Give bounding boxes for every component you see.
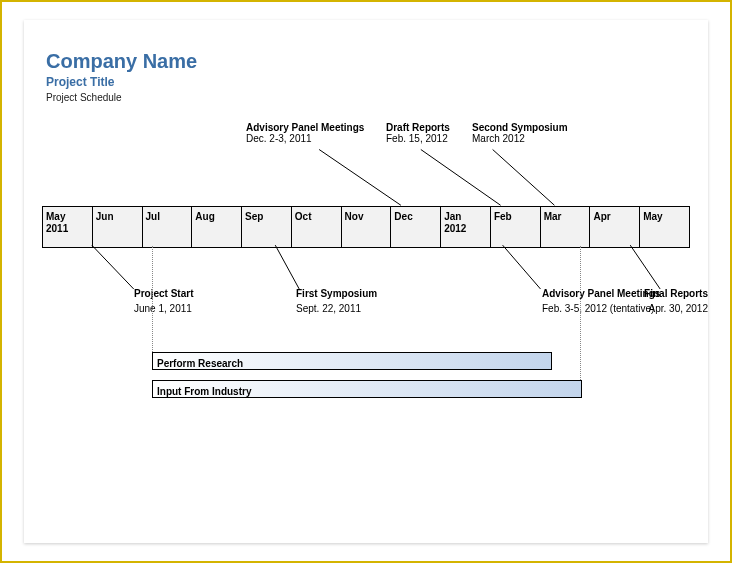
event-label: Second SymposiumMarch 2012 xyxy=(472,122,568,144)
bar-industry: Input From Industry xyxy=(152,380,582,398)
month-cell: Sep xyxy=(242,207,292,247)
company-name: Company Name xyxy=(46,50,197,73)
event-label: Advisory Panel MeetingsFeb. 3-5, 2012 (t… xyxy=(542,288,660,314)
month-cell: Feb xyxy=(491,207,541,247)
month-cell: Nov xyxy=(342,207,392,247)
month-cell: Apr xyxy=(590,207,640,247)
event-label: Final ReportsApr. 30, 2012 xyxy=(658,288,708,314)
bar-research: Perform Research xyxy=(152,352,552,370)
timeline-axis: May 2011 Jun Jul Aug Sep Oct Nov Dec Jan… xyxy=(42,206,690,248)
svg-line-5 xyxy=(503,245,541,289)
event-label: Advisory Panel MeetingsDec. 2-3, 2011 xyxy=(246,122,364,144)
svg-line-6 xyxy=(630,245,660,289)
month-cell: May 2011 xyxy=(43,207,93,247)
month-cell: Dec xyxy=(391,207,441,247)
month-cell: Mar xyxy=(541,207,591,247)
svg-line-2 xyxy=(493,150,555,206)
svg-line-3 xyxy=(92,245,134,289)
event-label: Draft ReportsFeb. 15, 2012 xyxy=(386,122,450,144)
svg-line-4 xyxy=(275,245,299,289)
event-label: Project StartJune 1, 2011 xyxy=(134,288,193,314)
event-label: First SymposiumSept. 22, 2011 xyxy=(296,288,377,314)
month-cell: Jan 2012 xyxy=(441,207,491,247)
month-cell: Jul xyxy=(143,207,193,247)
month-cell: May xyxy=(640,207,689,247)
month-cell: Jun xyxy=(93,207,143,247)
month-cell: Aug xyxy=(192,207,242,247)
svg-line-0 xyxy=(319,150,401,206)
guide-line xyxy=(152,246,153,356)
project-title: Project Title xyxy=(46,75,197,89)
svg-line-1 xyxy=(421,150,501,206)
subtitle: Project Schedule xyxy=(46,92,197,103)
month-cell: Oct xyxy=(292,207,342,247)
